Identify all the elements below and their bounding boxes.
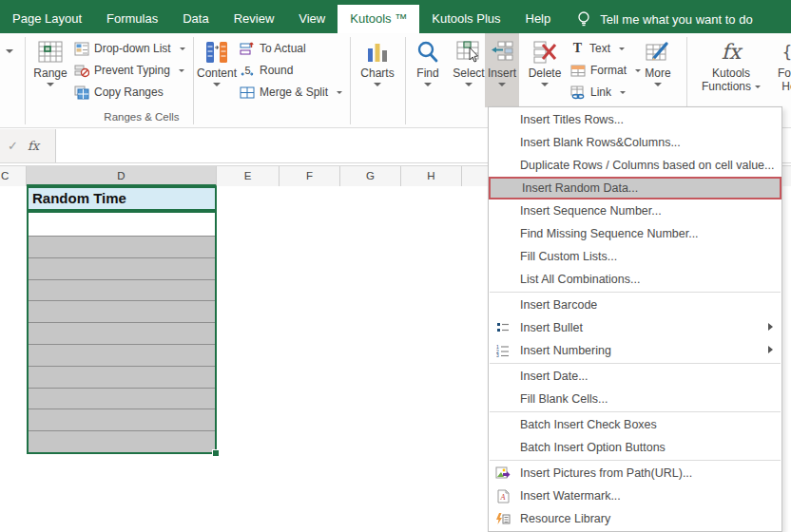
tab-help[interactable]: Help (513, 5, 564, 33)
drop-down-list-button[interactable]: Drop-down List (74, 39, 185, 58)
chevron-down-icon (620, 91, 626, 94)
tell-me-label: Tell me what you want to do (600, 12, 752, 27)
to-actual-button[interactable]: To Actual (240, 39, 342, 58)
column-header-e[interactable]: E (217, 166, 280, 186)
formula-helper-button[interactable]: {()} Formula Helper (768, 35, 791, 107)
menu-item-insert-pictures-from-path[interactable]: Insert Pictures from Path(URL)... (489, 462, 781, 484)
select-button[interactable]: Select (449, 35, 489, 107)
tab-data[interactable]: Data (170, 5, 221, 33)
fx-icon: fx (722, 38, 742, 66)
merge-split-button[interactable]: Merge & Split (240, 83, 342, 102)
insert-label: Insert (488, 66, 516, 80)
braces-icon: {()} (782, 38, 791, 66)
menu-item-batch-insert-check-boxes[interactable]: Batch Insert Check Boxes (489, 413, 781, 436)
menu-separator (490, 363, 781, 364)
round-icon: 5 (240, 64, 255, 78)
group-separator (405, 37, 406, 124)
column-header-c[interactable]: C (0, 166, 27, 186)
selected-cell-row[interactable] (29, 322, 215, 344)
kutools-functions-label-line2: Functions (702, 80, 761, 93)
insert-function-icon[interactable]: fx (28, 139, 39, 153)
kutools-functions-button[interactable]: fx Kutools Functions (700, 35, 762, 107)
chevron-down-icon (179, 69, 184, 72)
selected-cell-row[interactable] (29, 236, 215, 257)
menu-item-insert-numbering[interactable]: 1 2 3 Insert Numbering (489, 339, 781, 362)
chevron-down-icon (755, 86, 761, 88)
excel-window: Page Layout Formulas Data Review View Ku… (0, 0, 791, 532)
menu-item-insert-random-data[interactable]: Insert Random Data... (489, 177, 781, 200)
prevent-typing-button[interactable]: Prevent Typing (74, 61, 185, 80)
menu-separator (490, 292, 781, 293)
menu-separator (490, 411, 781, 412)
menu-item-insert-blank-rows-columns[interactable]: Insert Blank Rows&Columns... (489, 131, 781, 154)
menu-item-insert-bullet[interactable]: Insert Bullet (489, 316, 781, 339)
menu-item-list-all-combinations[interactable]: List All Combinations... (489, 268, 781, 291)
selected-cell-row[interactable] (29, 366, 215, 388)
to-actual-icon (240, 42, 255, 56)
selected-cell-row[interactable] (29, 408, 215, 430)
content-button[interactable]: Content (196, 35, 238, 107)
menu-item-find-missing-sequence-number[interactable]: Find Missing Sequence Number... (489, 222, 781, 245)
menu-item-insert-sequence-number[interactable]: Insert Sequence Number... (489, 200, 781, 222)
selected-range[interactable] (27, 211, 217, 454)
menu-item-insert-barcode[interactable]: Insert Barcode (489, 294, 781, 316)
column-header-h[interactable]: H (401, 166, 462, 186)
menu-item-resource-library[interactable]: Resource Library (489, 507, 781, 530)
tab-review[interactable]: Review (222, 5, 287, 33)
format-button[interactable]: Format (570, 61, 641, 80)
selected-cell-row[interactable] (29, 279, 215, 301)
tell-me-box[interactable]: Tell me what you want to do (576, 5, 752, 33)
insert-dropdown-menu: Insert Titles Rows... Insert Blank Rows&… (488, 106, 782, 532)
delete-button[interactable]: Delete (525, 35, 565, 107)
submenu-arrow-icon (768, 323, 773, 331)
range-button[interactable]: Range (29, 35, 72, 107)
text-button[interactable]: T Text (570, 39, 641, 58)
menu-item-insert-titles-rows[interactable]: Insert Titles Rows... (489, 108, 781, 131)
column-header-d[interactable]: D (27, 166, 217, 186)
fill-handle[interactable] (212, 449, 220, 457)
lightbulb-icon (576, 10, 591, 28)
chevron-down-icon[interactable] (6, 49, 13, 53)
selected-cell-row[interactable] (29, 257, 215, 279)
link-button[interactable]: Link (570, 83, 641, 102)
prevent-typing-icon (74, 64, 89, 78)
active-cell-d2[interactable] (29, 213, 215, 236)
selected-cell-row[interactable] (29, 300, 215, 322)
svg-text:A: A (499, 493, 505, 502)
insert-button[interactable]: Insert (485, 33, 519, 107)
submenu-arrow-icon (768, 346, 773, 353)
tab-view[interactable]: View (286, 5, 338, 33)
tab-formulas[interactable]: Formulas (94, 5, 170, 33)
find-button[interactable]: Find (409, 35, 447, 107)
text-label: Text (589, 42, 610, 55)
drop-down-list-icon (74, 42, 89, 56)
tab-page-layout[interactable]: Page Layout (0, 5, 94, 33)
menu-item-insert-date[interactable]: Insert Date... (489, 365, 781, 388)
menu-item-duplicate-rows-columns[interactable]: Duplicate Rows / Columns based on cell v… (489, 154, 781, 177)
round-button[interactable]: 5 Round (240, 61, 342, 80)
enter-check-icon[interactable]: ✓ (8, 139, 18, 153)
tab-kutools-plus[interactable]: Kutools Plus (419, 5, 512, 33)
menu-item-insert-watermark[interactable]: A Insert Watermark... (489, 484, 781, 507)
chevron-down-icon (47, 83, 54, 86)
menu-item-fill-blank-cells[interactable]: Fill Blank Cells... (489, 388, 781, 410)
column-header-g[interactable]: G (340, 166, 401, 186)
menu-item-batch-insert-option-buttons[interactable]: Batch Insert Option Buttons (489, 436, 781, 459)
chevron-down-icon (374, 83, 381, 86)
copy-ranges-button[interactable]: Copy Ranges (74, 83, 185, 102)
more-label: More (645, 66, 670, 80)
charts-button[interactable]: Charts (354, 35, 401, 107)
more-button[interactable]: More (639, 35, 677, 107)
menu-item-fill-custom-lists[interactable]: Fill Custom Lists... (489, 245, 781, 268)
tab-kutools[interactable]: Kutools ™ (338, 5, 419, 33)
resource-library-icon (494, 511, 511, 526)
selected-cell-row[interactable] (29, 388, 215, 409)
more-icon (646, 38, 670, 66)
column-header-f[interactable]: F (280, 166, 340, 186)
prevent-typing-label: Prevent Typing (94, 64, 170, 77)
selected-cell-row[interactable] (29, 344, 215, 366)
selected-cell-row[interactable] (29, 430, 215, 452)
link-label: Link (590, 86, 611, 99)
cell-d1[interactable]: Random Time (27, 186, 217, 211)
copy-ranges-icon (74, 86, 89, 100)
